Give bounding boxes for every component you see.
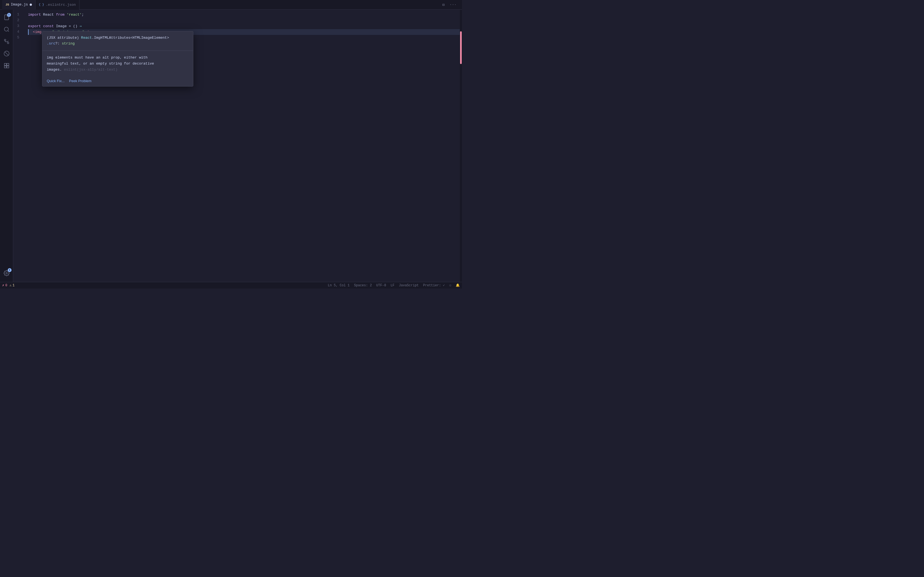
token-space1: React [41,12,56,18]
activity-settings[interactable] [1,268,12,279]
status-warnings[interactable]: ⚠ 1 [9,283,14,287]
line-number-1: 1 [13,12,23,18]
status-language[interactable]: JavaScript [399,284,419,287]
activity-search[interactable] [1,24,12,35]
token-export: export [28,23,41,29]
error-count: 0 [5,284,7,287]
token-indent [29,29,33,35]
title-bar: JS Image.js { } .eslintrc.json ⊟ ··· [0,0,462,10]
svg-point-10 [6,272,7,274]
code-line-3: export const Image = () ⇒ [28,23,462,29]
svg-point-0 [4,27,8,31]
tooltip-src-label: .src [47,42,55,46]
more-actions-icon[interactable]: ··· [449,2,457,8]
status-spaces[interactable]: Spaces: 2 [354,284,372,287]
tooltip-error-section: img elements must have an alt prop, eith… [42,51,193,77]
line-number-5: 5 [13,35,23,41]
svg-rect-7 [6,63,8,65]
status-errors[interactable]: ✗ 0 [2,283,7,287]
status-position[interactable]: Ln 5, Col 1 [328,284,349,287]
warning-icon: ⚠ [9,283,11,287]
activity-extensions[interactable] [1,60,12,71]
token-import: import [28,12,41,18]
token-space3 [41,23,43,29]
editor-scrollbar[interactable] [460,10,462,282]
tooltip-eslint-rule: eslint(jsx-a11y/alt-text) [64,68,118,72]
warning-count: 1 [13,284,15,287]
tooltip-opt: ?: [55,42,61,46]
tooltip-popup: (JSX attribute) React.ImgHTMLAttributes<… [42,31,193,87]
status-bar: ✗ 0 ⚠ 1 Ln 5, Col 1 Spaces: 2 UTF-8 LF J… [0,282,462,288]
tooltip-react-label: React [81,36,92,40]
token-equals: = () [69,23,79,29]
tooltip-actions: Quick Fix... Peek Problem [42,77,193,86]
activity-files[interactable] [1,12,12,23]
tooltip-type-section: (JSX attribute) React.ImgHTMLAttributes<… [42,31,193,51]
tooltip-interface-label: .ImgHTMLAttributes<HTMLImageElement> [92,36,169,40]
token-const: const [43,23,54,29]
code-lines[interactable]: import React from 'react' ; export const [27,12,462,280]
app-container: JS Image.js { } .eslintrc.json ⊟ ··· [0,0,462,288]
svg-point-2 [4,39,6,41]
svg-point-3 [7,42,9,44]
token-space2 [65,12,67,18]
title-bar-right: ⊟ ··· [441,2,460,8]
tab-eslintrc-label: .eslintrc.json [46,3,76,7]
editor-area: 1 2 3 4 5 import React from 'react' [13,10,462,282]
tab-dirty-indicator [30,3,32,6]
tab-eslintrc[interactable]: { } .eslintrc.json [36,0,79,10]
status-smiley[interactable]: ☺ [449,284,451,287]
peek-problem-button[interactable]: Peek Problem [69,79,92,83]
js-file-icon: JS [5,3,9,6]
tooltip-jsx-label: (JSX attribute) [47,36,81,40]
code-line-1: import React from 'react' ; [28,12,462,18]
line-number-2: 2 [13,18,23,23]
token-from: from [56,12,65,18]
quick-fix-button[interactable]: Quick Fix... [47,79,65,83]
main-layout: 1 2 3 4 5 import React from 'react' [0,10,462,282]
tab-image-js-label: Image.js [11,2,28,6]
status-left: ✗ 0 ⚠ 1 [2,283,15,287]
status-right: Ln 5, Col 1 Spaces: 2 UTF-8 LF JavaScrip… [328,283,460,287]
activity-source-control[interactable] [1,36,12,47]
status-line-ending[interactable]: LF [391,284,394,287]
token-semi1: ; [82,12,84,18]
editor-content: 1 2 3 4 5 import React from 'react' [13,10,462,282]
status-prettier[interactable]: Prettier: ✓ [423,283,445,287]
line-number-3: 3 [13,23,23,29]
token-react-str: 'react' [66,12,82,18]
scrollbar-thumb [460,31,462,64]
activity-bar [0,10,13,282]
token-image-name: Image [54,23,69,29]
activity-bottom [1,268,12,282]
tab-image-js[interactable]: JS Image.js [2,0,36,10]
svg-line-5 [5,52,8,55]
tooltip-type-label: string [62,42,75,46]
activity-debug[interactable] [1,48,12,59]
split-editor-icon[interactable]: ⊟ [441,2,446,8]
svg-rect-6 [4,63,6,65]
tabs-container: JS Image.js { } .eslintrc.json [2,0,441,10]
svg-rect-9 [6,66,8,68]
status-encoding[interactable]: UTF-8 [376,284,386,287]
line-numbers: 1 2 3 4 5 [13,12,27,280]
svg-rect-8 [4,66,6,68]
svg-line-1 [8,31,9,32]
code-line-2 [28,18,462,23]
line-number-4: 4 [13,29,23,35]
status-bell[interactable]: 🔔 [456,283,460,287]
token-arrow: ⇒ [79,23,82,29]
error-icon: ✗ [2,283,4,287]
json-file-icon: { } [39,3,44,6]
token-img-open: <img [33,29,42,35]
